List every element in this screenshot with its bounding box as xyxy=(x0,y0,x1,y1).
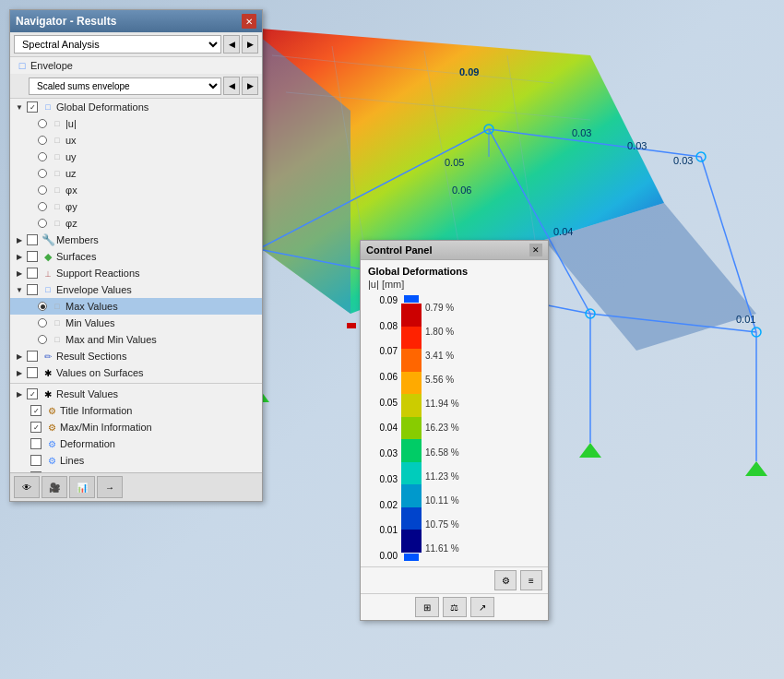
phi-x-icon: □ xyxy=(51,184,64,197)
deformation-item[interactable]: ⚙ Deformation xyxy=(10,435,262,452)
max-values-item[interactable]: □ Max Values xyxy=(10,298,262,315)
color-band-6 xyxy=(401,439,422,462)
legend-pct-3: 5.56 % xyxy=(425,375,459,385)
control-panel-close-button[interactable]: ✕ xyxy=(529,244,542,256)
min-values-radio[interactable] xyxy=(38,318,47,328)
legend-pct-1: 1.80 % xyxy=(425,327,459,337)
analysis-dropdown-row: Spectral Analysis ◀ ▶ xyxy=(10,32,262,57)
analysis-dropdown[interactable]: Spectral Analysis xyxy=(14,35,221,54)
surfaces-label: Surfaces xyxy=(56,251,96,262)
global-deformations-item[interactable]: ▼ □ Global Deformations xyxy=(10,99,262,115)
nav-toolbar-btn3[interactable]: 📊 xyxy=(69,476,95,498)
result-values-item[interactable]: ▶ ✱ Result Values xyxy=(10,386,262,402)
svg-text:0.01: 0.01 xyxy=(736,314,755,325)
navigator-panel: Navigator - Results ✕ Spectral Analysis … xyxy=(9,9,263,502)
surfaces-checkbox[interactable] xyxy=(27,251,38,262)
members-bottom-checkbox[interactable] xyxy=(30,471,42,472)
max-min-radio[interactable] xyxy=(38,335,47,344)
cp-table-btn[interactable]: ⊞ xyxy=(415,597,439,617)
nav-toolbar-btn2[interactable]: 🎥 xyxy=(42,476,67,498)
color-band-4 xyxy=(401,394,422,417)
surfaces-item[interactable]: ▶ ◆ Surfaces xyxy=(10,248,262,265)
deformation-icon: ⚙ xyxy=(45,437,58,450)
phi-z-item[interactable]: □ φz xyxy=(10,215,262,232)
result-sections-expand[interactable]: ▶ xyxy=(14,351,25,362)
values-on-surfaces-expand[interactable]: ▶ xyxy=(14,367,25,378)
members-item[interactable]: ▶ 🔧 Members xyxy=(10,232,262,248)
uy-item[interactable]: □ uy xyxy=(10,149,262,165)
control-panel-title: Control Panel xyxy=(366,244,433,256)
ux-radio[interactable] xyxy=(38,136,47,145)
phi-y-icon: □ xyxy=(51,200,64,213)
lines-checkbox[interactable] xyxy=(30,455,42,466)
support-reactions-checkbox[interactable] xyxy=(27,268,38,279)
members-expand[interactable]: ▶ xyxy=(14,234,25,245)
global-deform-checkbox[interactable] xyxy=(27,101,38,113)
title-info-item[interactable]: ⚙ Title Information xyxy=(10,402,262,419)
result-sections-icon: ✏ xyxy=(42,350,54,363)
nav-prev-button[interactable]: ◀ xyxy=(223,35,240,54)
max-min-values-item[interactable]: □ Max and Min Values xyxy=(10,331,262,348)
nav-toolbar-btn4[interactable]: → xyxy=(97,476,123,498)
values-on-surfaces-checkbox[interactable] xyxy=(27,367,38,378)
values-on-surfaces-item[interactable]: ▶ ✱ Values on Surfaces xyxy=(10,364,262,381)
phi-z-radio[interactable] xyxy=(38,219,47,228)
values-on-surfaces-label: Values on Surfaces xyxy=(56,367,144,378)
legend-pct-10: 11.61 % xyxy=(425,543,459,554)
result-sections-item[interactable]: ▶ ✏ Result Sections xyxy=(10,348,262,364)
uz-item[interactable]: □ uz xyxy=(10,165,262,182)
phi-y-item[interactable]: □ φy xyxy=(10,198,262,215)
deformation-checkbox[interactable] xyxy=(30,438,42,449)
support-reactions-expand[interactable]: ▶ xyxy=(14,268,25,279)
u-abs-radio[interactable] xyxy=(38,119,47,128)
scaled-sums-dropdown[interactable]: Scaled sums envelope xyxy=(29,77,221,95)
legend-val-3: 0.06 xyxy=(368,372,398,382)
navigator-close-button[interactable]: ✕ xyxy=(242,14,256,29)
navigator-scroll-area[interactable]: □ Envelope Scaled sums envelope ◀ ▶ ▼ □ … xyxy=(10,57,262,472)
ux-icon: □ xyxy=(51,134,64,147)
envelope-values-item[interactable]: ▼ □ Envelope Values xyxy=(10,281,262,298)
members-checkbox[interactable] xyxy=(27,234,38,245)
cp-balance-btn[interactable]: ⚖ xyxy=(443,597,467,617)
legend-pct-0: 0.79 % xyxy=(425,303,459,313)
result-values-checkbox[interactable] xyxy=(27,388,38,399)
envelope-values-expand[interactable]: ▼ xyxy=(14,284,25,295)
color-band-0 xyxy=(401,304,422,327)
cp-export-btn[interactable]: ↗ xyxy=(470,597,494,617)
max-values-radio[interactable] xyxy=(38,302,47,311)
max-min-info-checkbox[interactable] xyxy=(30,422,42,433)
envelope-values-checkbox[interactable] xyxy=(27,284,38,295)
uz-radio[interactable] xyxy=(38,169,47,178)
color-band-5 xyxy=(401,417,422,440)
ux-item[interactable]: □ ux xyxy=(10,132,262,149)
title-info-checkbox[interactable] xyxy=(30,405,42,416)
scaled-next-btn[interactable]: ▶ xyxy=(242,77,258,95)
ux-label: ux xyxy=(65,135,77,146)
legend-pct-5: 16.23 % xyxy=(425,423,459,433)
nav-toolbar-btn1[interactable]: 👁 xyxy=(14,476,40,498)
max-min-info-item[interactable]: ⚙ Max/Min Information xyxy=(10,419,262,435)
lines-item[interactable]: ⚙ Lines xyxy=(10,452,262,469)
phi-z-icon: □ xyxy=(51,217,64,230)
surfaces-expand[interactable]: ▶ xyxy=(14,251,25,262)
nav-next-button[interactable]: ▶ xyxy=(242,35,258,54)
envelope-item[interactable]: □ Envelope xyxy=(10,57,262,74)
cp-settings-btn[interactable]: ⚙ xyxy=(494,570,517,590)
phi-x-item[interactable]: □ φx xyxy=(10,182,262,198)
cp-filter-btn[interactable]: ≡ xyxy=(520,570,542,590)
lines-icon: ⚙ xyxy=(45,454,58,467)
legend-val-10: 0.00 xyxy=(368,551,398,561)
uy-radio[interactable] xyxy=(38,152,47,161)
u-abs-item[interactable]: □ |u| xyxy=(10,115,262,132)
result-sections-checkbox[interactable] xyxy=(27,351,38,362)
scaled-prev-btn[interactable]: ◀ xyxy=(223,77,240,95)
support-reactions-item[interactable]: ▶ ⟂ Support Reactions xyxy=(10,265,262,281)
phi-x-radio[interactable] xyxy=(38,185,47,195)
legend-val-7: 0.03 xyxy=(368,474,398,484)
global-deform-expand[interactable]: ▼ xyxy=(14,101,25,113)
cp-toolbar: ⚙ ≡ xyxy=(361,566,548,593)
phi-y-radio[interactable] xyxy=(38,202,47,211)
result-values-expand[interactable]: ▶ xyxy=(14,388,25,399)
control-panel-content: Global Deformations |u| [mm] 0.09 0.08 0… xyxy=(361,260,548,566)
min-values-item[interactable]: □ Min Values xyxy=(10,315,262,331)
